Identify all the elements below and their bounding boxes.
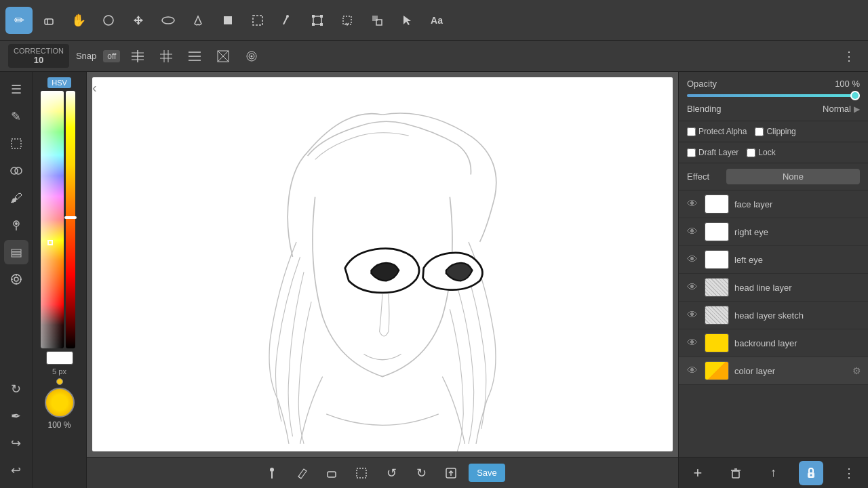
clipping-checkbox[interactable]: Clipping	[755, 127, 795, 136]
checkboxes-row: Protect Alpha Clipping	[679, 121, 868, 142]
grid-btn[interactable]	[155, 45, 177, 67]
layer-color[interactable]: 👁 color layer ⚙	[679, 357, 868, 385]
top-toolbar: ✏ ✋ Aa	[0, 0, 868, 41]
layers-btn[interactable]	[4, 240, 28, 264]
layer-face[interactable]: 👁 face layer	[679, 190, 868, 218]
svg-point-3	[162, 17, 174, 24]
brush-btn[interactable]: 🖌	[4, 186, 28, 210]
protect-alpha-checkbox[interactable]: Protect Alpha	[687, 127, 747, 136]
target-btn[interactable]	[4, 267, 28, 291]
layer-thumb-right-eye	[705, 222, 729, 241]
layer-right-eye[interactable]: 👁 right eye	[679, 218, 868, 246]
layer-left-eye[interactable]: 👁 left eye	[679, 246, 868, 274]
redo2-btn[interactable]: ↻	[409, 461, 433, 485]
checkboxes-row2: Draft Layer Lock	[679, 142, 868, 163]
share2-btn[interactable]	[439, 461, 463, 485]
layer-gear-icon[interactable]: ⚙	[852, 365, 861, 376]
undo2-btn[interactable]: ↺	[379, 461, 403, 485]
select-rect-btn[interactable]	[4, 131, 28, 156]
eye-icon-face[interactable]: 👁	[686, 198, 699, 210]
color-gradient[interactable]	[41, 91, 79, 348]
eye-icon-head-line[interactable]: 👁	[686, 281, 699, 293]
pen-btn[interactable]: ✒	[4, 404, 28, 428]
blending-row: Blending Normal ▶	[687, 104, 860, 114]
circle-tool[interactable]	[95, 7, 122, 34]
correction-box[interactable]: CORRECTION 10	[8, 44, 69, 68]
color-circle[interactable]	[45, 388, 75, 418]
svg-rect-40	[12, 255, 21, 257]
select-arrow-tool[interactable]	[393, 7, 420, 34]
opacity-label: Opacity	[687, 79, 717, 89]
hatching-btn[interactable]	[127, 45, 149, 67]
selection-tool[interactable]	[244, 7, 271, 34]
layer-thumb-head-line	[705, 278, 729, 297]
edit-btn[interactable]: ✎	[4, 104, 28, 129]
color-panel: HSV 5 px 100 %	[33, 72, 87, 488]
effect-value[interactable]: None	[726, 169, 860, 184]
share-btn[interactable]: ↪	[4, 431, 28, 455]
layer-thumb-background	[705, 333, 729, 352]
opacity-slider[interactable]	[687, 94, 860, 97]
opacity-value: 100 %	[835, 79, 860, 89]
eyedropper-btn[interactable]	[4, 213, 28, 237]
second-toolbar: CORRECTION 10 Snap off ⋮	[0, 41, 868, 72]
lasso2-btn[interactable]	[349, 461, 374, 485]
text-tool[interactable]: Aa	[423, 7, 450, 34]
svg-point-2	[104, 16, 113, 25]
opacity-section: Opacity 100 % Blending Normal ▶	[679, 72, 868, 121]
smudge-tool[interactable]	[274, 7, 301, 34]
move-up-btn[interactable]: ↑	[761, 461, 785, 485]
lock-checkbox[interactable]: Lock	[747, 148, 775, 157]
svg-rect-13	[372, 16, 378, 21]
pencil-tool[interactable]: ✏	[5, 7, 33, 34]
snap-toggle[interactable]: off	[103, 50, 120, 62]
canvas-back-btn[interactable]: ‹	[92, 80, 97, 96]
eraser2-btn[interactable]	[319, 461, 344, 485]
eye-icon-background[interactable]: 👁	[686, 337, 699, 349]
save-btn[interactable]: Save	[469, 464, 505, 482]
transform-tool[interactable]	[304, 7, 331, 34]
cross-btn[interactable]	[212, 45, 234, 67]
hsv-mode-label[interactable]: HSV	[47, 77, 71, 88]
eye-icon-color[interactable]: 👁	[686, 365, 699, 377]
percent-label: 100 %	[47, 420, 71, 430]
layer-move-tool[interactable]	[363, 7, 391, 34]
eye-icon-head-sketch[interactable]: 👁	[686, 309, 699, 321]
blend-btn[interactable]	[4, 159, 28, 183]
brush-small-btn[interactable]	[260, 461, 284, 485]
eraser-tool[interactable]	[35, 7, 62, 34]
svg-rect-39	[12, 252, 21, 254]
undo-btn[interactable]: ↩	[4, 458, 28, 483]
layers-more-btn[interactable]: ⋮	[837, 461, 861, 485]
hand-tool[interactable]: ✋	[65, 7, 92, 34]
eye-icon-left-eye[interactable]: 👁	[686, 253, 699, 266]
drawing-canvas[interactable]	[92, 77, 673, 451]
menu-btn[interactable]: ☰	[4, 77, 28, 102]
svg-point-7	[286, 15, 289, 18]
delete-layer-btn[interactable]	[724, 461, 748, 485]
layer-head-sketch[interactable]: 👁 head layer sketch	[679, 302, 868, 329]
layer-name-head-sketch: head layer sketch	[734, 310, 861, 321]
radial-btn[interactable]	[241, 45, 262, 67]
pencil2-btn[interactable]	[290, 461, 314, 485]
layer-name-left-eye: left eye	[734, 255, 861, 265]
layer-name-face: face layer	[734, 199, 861, 209]
lock-layer-btn[interactable]	[799, 461, 823, 485]
add-layer-btn[interactable]: +	[686, 461, 710, 485]
snap-label: Snap	[76, 51, 96, 61]
svg-point-34	[15, 167, 22, 174]
eye-icon-right-eye[interactable]: 👁	[686, 226, 699, 238]
layer-head-line[interactable]: 👁 head line layer	[679, 274, 868, 302]
blend-arrow-icon: ▶	[854, 104, 860, 114]
more-btn[interactable]: ⋮	[838, 45, 860, 67]
ellipse-tool[interactable]	[155, 7, 182, 34]
redo-btn[interactable]: ↻	[4, 377, 28, 401]
draft-layer-checkbox[interactable]: Draft Layer	[687, 148, 738, 157]
svg-rect-51	[357, 468, 366, 478]
layer-background[interactable]: 👁 backround layer	[679, 329, 868, 357]
lasso-tool[interactable]	[334, 7, 361, 34]
color-rect-tool[interactable]	[214, 7, 241, 34]
move-tool[interactable]	[125, 7, 152, 34]
fill-tool[interactable]	[184, 7, 212, 34]
lines-btn[interactable]	[184, 45, 205, 67]
